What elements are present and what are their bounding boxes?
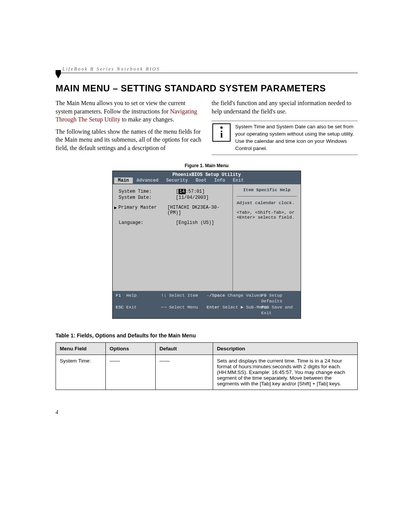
tab-advanced[interactable]: Advanced	[133, 177, 162, 184]
cell-options: ——	[106, 355, 156, 390]
tab-boot[interactable]: Boot	[192, 177, 210, 184]
bios-fields: System Time: [14:57:01] System Date: [11…	[113, 184, 233, 291]
help-header: Item Specific Help	[237, 187, 297, 197]
fields-table: Menu Field Options Default Description S…	[56, 342, 358, 390]
running-head: LifeBook B Series Notebook BIOS	[62, 66, 358, 72]
time-hours-selected[interactable]: 14	[178, 189, 185, 194]
label-system-date: System Date:	[119, 195, 176, 200]
bios-title: PhoenixBIOS Setup Utility	[113, 171, 301, 177]
value-primary-master: [HITACHI DK23EA-30-(PM)]	[167, 205, 229, 216]
head-rule	[56, 73, 358, 73]
page-title: MAIN MENU – SETTING STANDARD SYSTEM PARA…	[56, 83, 358, 94]
note-box: i System Time and System Date can also b…	[212, 121, 358, 155]
th-menu-field: Menu Field	[56, 342, 106, 355]
info-icon: i	[212, 123, 231, 142]
figure-caption: Figure 1. Main Menu	[56, 163, 358, 168]
bios-help-panel: Item Specific Help Adjust calendar clock…	[233, 184, 301, 291]
value-language[interactable]: [English (US)]	[176, 220, 214, 225]
bios-footer: F1 Help ↑↓ Select Item -/Space Change Va…	[113, 291, 301, 318]
cell-description: Sets and displays the current time. Time…	[213, 355, 358, 390]
label-language: Language:	[119, 220, 176, 225]
cell-default: ——	[156, 355, 213, 390]
intro-paragraph-3: the field's function and any special inf…	[212, 99, 358, 115]
th-description: Description	[213, 342, 358, 355]
intro-paragraph-2: The following tables show the names of t…	[56, 128, 202, 152]
tab-info[interactable]: Info	[210, 177, 229, 184]
intro-text-1b: to make any changes.	[120, 116, 174, 123]
cell-field: System Time:	[56, 355, 106, 390]
note-text: System Time and System Date can also be …	[235, 123, 357, 152]
table-header-row: Menu Field Options Default Description	[56, 342, 358, 355]
submenu-arrow-icon: ▶	[114, 205, 118, 216]
th-options: Options	[106, 342, 156, 355]
label-system-time: System Time:	[119, 189, 176, 194]
intro-text-1a: The Main Menu allows you to set or view …	[56, 100, 185, 115]
table-title: Table 1: Fields, Options and Defaults fo…	[56, 332, 358, 339]
value-system-time[interactable]: [14:57:01]	[176, 189, 205, 194]
bios-tablist: Main Advanced Security Boot Info Exit	[113, 177, 301, 184]
label-primary-master[interactable]: Primary Master	[118, 205, 167, 216]
th-default: Default	[156, 342, 213, 355]
bios-screenshot: PhoenixBIOS Setup Utility Main Advanced …	[112, 171, 301, 319]
help-line-1: Adjust calendar clock.	[237, 200, 297, 205]
intro-paragraph-1: The Main Menu allows you to set or view …	[56, 99, 202, 124]
help-line-2: <Tab>, <Shift-Tab>, or <Enter> selects f…	[237, 210, 297, 220]
tab-main[interactable]: Main	[114, 177, 133, 184]
body-columns: The Main Menu allows you to set or view …	[56, 99, 358, 156]
value-system-date[interactable]: [11/04/2003]	[176, 195, 209, 200]
tab-exit[interactable]: Exit	[229, 177, 248, 184]
page-number: 4	[56, 409, 58, 415]
tab-security[interactable]: Security	[162, 177, 192, 184]
header-arrow-icon	[56, 70, 61, 78]
right-column: the field's function and any special inf…	[212, 99, 358, 156]
left-column: The Main Menu allows you to set or view …	[56, 99, 202, 156]
table-row: System Time: —— —— Sets and displays the…	[56, 355, 358, 390]
